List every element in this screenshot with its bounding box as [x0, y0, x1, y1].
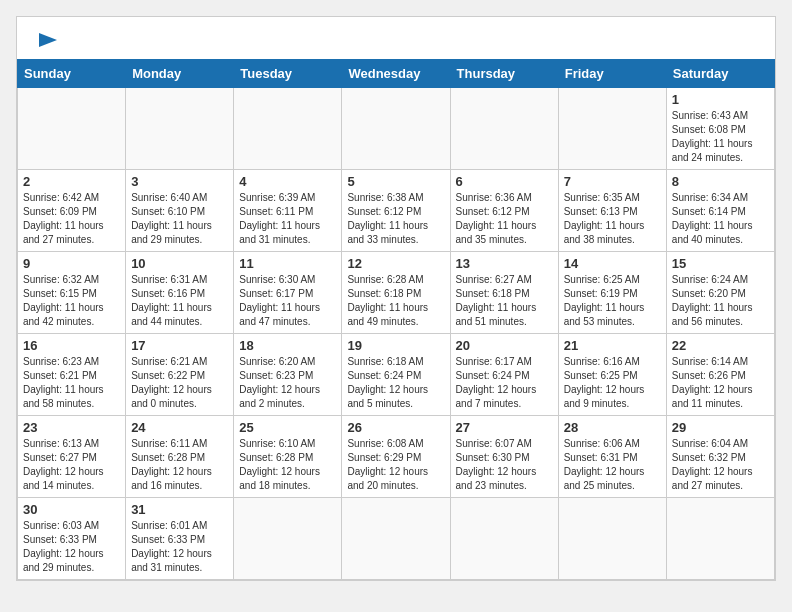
- weekday-header-sunday: Sunday: [18, 60, 126, 88]
- day-number: 21: [564, 338, 661, 353]
- day-info: Sunrise: 6:20 AM Sunset: 6:23 PM Dayligh…: [239, 355, 336, 411]
- day-number: 15: [672, 256, 769, 271]
- day-info: Sunrise: 6:30 AM Sunset: 6:17 PM Dayligh…: [239, 273, 336, 329]
- day-info: Sunrise: 6:11 AM Sunset: 6:28 PM Dayligh…: [131, 437, 228, 493]
- weekday-header-tuesday: Tuesday: [234, 60, 342, 88]
- day-number: 6: [456, 174, 553, 189]
- day-cell: 26Sunrise: 6:08 AM Sunset: 6:29 PM Dayli…: [342, 416, 450, 498]
- day-info: Sunrise: 6:08 AM Sunset: 6:29 PM Dayligh…: [347, 437, 444, 493]
- weekday-header-wednesday: Wednesday: [342, 60, 450, 88]
- logo-icon: [37, 29, 59, 51]
- day-number: 12: [347, 256, 444, 271]
- day-number: 7: [564, 174, 661, 189]
- day-number: 23: [23, 420, 120, 435]
- day-cell: 12Sunrise: 6:28 AM Sunset: 6:18 PM Dayli…: [342, 252, 450, 334]
- calendar-table: SundayMondayTuesdayWednesdayThursdayFrid…: [17, 59, 775, 580]
- day-number: 9: [23, 256, 120, 271]
- day-number: 13: [456, 256, 553, 271]
- day-info: Sunrise: 6:01 AM Sunset: 6:33 PM Dayligh…: [131, 519, 228, 575]
- day-info: Sunrise: 6:16 AM Sunset: 6:25 PM Dayligh…: [564, 355, 661, 411]
- day-number: 31: [131, 502, 228, 517]
- weekday-header-row: SundayMondayTuesdayWednesdayThursdayFrid…: [18, 60, 775, 88]
- day-info: Sunrise: 6:18 AM Sunset: 6:24 PM Dayligh…: [347, 355, 444, 411]
- day-cell: [450, 498, 558, 580]
- day-number: 19: [347, 338, 444, 353]
- day-info: Sunrise: 6:13 AM Sunset: 6:27 PM Dayligh…: [23, 437, 120, 493]
- day-info: Sunrise: 6:17 AM Sunset: 6:24 PM Dayligh…: [456, 355, 553, 411]
- day-cell: 4Sunrise: 6:39 AM Sunset: 6:11 PM Daylig…: [234, 170, 342, 252]
- day-cell: [558, 498, 666, 580]
- day-cell: 29Sunrise: 6:04 AM Sunset: 6:32 PM Dayli…: [666, 416, 774, 498]
- day-info: Sunrise: 6:14 AM Sunset: 6:26 PM Dayligh…: [672, 355, 769, 411]
- header: [17, 17, 775, 59]
- day-cell: 21Sunrise: 6:16 AM Sunset: 6:25 PM Dayli…: [558, 334, 666, 416]
- day-number: 1: [672, 92, 769, 107]
- day-cell: 1Sunrise: 6:43 AM Sunset: 6:08 PM Daylig…: [666, 88, 774, 170]
- day-cell: 10Sunrise: 6:31 AM Sunset: 6:16 PM Dayli…: [126, 252, 234, 334]
- logo: [33, 29, 59, 51]
- day-info: Sunrise: 6:10 AM Sunset: 6:28 PM Dayligh…: [239, 437, 336, 493]
- day-info: Sunrise: 6:32 AM Sunset: 6:15 PM Dayligh…: [23, 273, 120, 329]
- day-cell: [450, 88, 558, 170]
- day-cell: 7Sunrise: 6:35 AM Sunset: 6:13 PM Daylig…: [558, 170, 666, 252]
- day-info: Sunrise: 6:31 AM Sunset: 6:16 PM Dayligh…: [131, 273, 228, 329]
- day-number: 20: [456, 338, 553, 353]
- day-number: 18: [239, 338, 336, 353]
- day-number: 5: [347, 174, 444, 189]
- day-info: Sunrise: 6:34 AM Sunset: 6:14 PM Dayligh…: [672, 191, 769, 247]
- day-info: Sunrise: 6:40 AM Sunset: 6:10 PM Dayligh…: [131, 191, 228, 247]
- weekday-header-monday: Monday: [126, 60, 234, 88]
- day-cell: 20Sunrise: 6:17 AM Sunset: 6:24 PM Dayli…: [450, 334, 558, 416]
- day-cell: [342, 498, 450, 580]
- day-number: 14: [564, 256, 661, 271]
- day-cell: 2Sunrise: 6:42 AM Sunset: 6:09 PM Daylig…: [18, 170, 126, 252]
- day-number: 10: [131, 256, 228, 271]
- day-cell: 9Sunrise: 6:32 AM Sunset: 6:15 PM Daylig…: [18, 252, 126, 334]
- day-cell: 27Sunrise: 6:07 AM Sunset: 6:30 PM Dayli…: [450, 416, 558, 498]
- day-info: Sunrise: 6:07 AM Sunset: 6:30 PM Dayligh…: [456, 437, 553, 493]
- day-cell: 17Sunrise: 6:21 AM Sunset: 6:22 PM Dayli…: [126, 334, 234, 416]
- day-cell: 28Sunrise: 6:06 AM Sunset: 6:31 PM Dayli…: [558, 416, 666, 498]
- day-cell: 16Sunrise: 6:23 AM Sunset: 6:21 PM Dayli…: [18, 334, 126, 416]
- day-info: Sunrise: 6:23 AM Sunset: 6:21 PM Dayligh…: [23, 355, 120, 411]
- day-cell: [234, 498, 342, 580]
- day-cell: [18, 88, 126, 170]
- day-info: Sunrise: 6:43 AM Sunset: 6:08 PM Dayligh…: [672, 109, 769, 165]
- day-cell: 31Sunrise: 6:01 AM Sunset: 6:33 PM Dayli…: [126, 498, 234, 580]
- week-row-6: 30Sunrise: 6:03 AM Sunset: 6:33 PM Dayli…: [18, 498, 775, 580]
- day-info: Sunrise: 6:21 AM Sunset: 6:22 PM Dayligh…: [131, 355, 228, 411]
- day-info: Sunrise: 6:42 AM Sunset: 6:09 PM Dayligh…: [23, 191, 120, 247]
- day-cell: 3Sunrise: 6:40 AM Sunset: 6:10 PM Daylig…: [126, 170, 234, 252]
- day-info: Sunrise: 6:39 AM Sunset: 6:11 PM Dayligh…: [239, 191, 336, 247]
- day-cell: 19Sunrise: 6:18 AM Sunset: 6:24 PM Dayli…: [342, 334, 450, 416]
- day-number: 11: [239, 256, 336, 271]
- day-cell: 24Sunrise: 6:11 AM Sunset: 6:28 PM Dayli…: [126, 416, 234, 498]
- week-row-4: 16Sunrise: 6:23 AM Sunset: 6:21 PM Dayli…: [18, 334, 775, 416]
- day-number: 8: [672, 174, 769, 189]
- weekday-header-saturday: Saturday: [666, 60, 774, 88]
- day-info: Sunrise: 6:06 AM Sunset: 6:31 PM Dayligh…: [564, 437, 661, 493]
- week-row-3: 9Sunrise: 6:32 AM Sunset: 6:15 PM Daylig…: [18, 252, 775, 334]
- day-info: Sunrise: 6:35 AM Sunset: 6:13 PM Dayligh…: [564, 191, 661, 247]
- day-cell: 30Sunrise: 6:03 AM Sunset: 6:33 PM Dayli…: [18, 498, 126, 580]
- day-number: 4: [239, 174, 336, 189]
- day-number: 22: [672, 338, 769, 353]
- day-number: 16: [23, 338, 120, 353]
- day-number: 2: [23, 174, 120, 189]
- day-cell: [666, 498, 774, 580]
- week-row-1: 1Sunrise: 6:43 AM Sunset: 6:08 PM Daylig…: [18, 88, 775, 170]
- day-number: 3: [131, 174, 228, 189]
- day-info: Sunrise: 6:24 AM Sunset: 6:20 PM Dayligh…: [672, 273, 769, 329]
- day-info: Sunrise: 6:38 AM Sunset: 6:12 PM Dayligh…: [347, 191, 444, 247]
- day-number: 29: [672, 420, 769, 435]
- day-info: Sunrise: 6:04 AM Sunset: 6:32 PM Dayligh…: [672, 437, 769, 493]
- day-cell: 6Sunrise: 6:36 AM Sunset: 6:12 PM Daylig…: [450, 170, 558, 252]
- day-number: 26: [347, 420, 444, 435]
- day-cell: [234, 88, 342, 170]
- day-cell: 23Sunrise: 6:13 AM Sunset: 6:27 PM Dayli…: [18, 416, 126, 498]
- day-cell: 13Sunrise: 6:27 AM Sunset: 6:18 PM Dayli…: [450, 252, 558, 334]
- day-cell: 18Sunrise: 6:20 AM Sunset: 6:23 PM Dayli…: [234, 334, 342, 416]
- svg-marker-0: [39, 33, 57, 47]
- day-info: Sunrise: 6:03 AM Sunset: 6:33 PM Dayligh…: [23, 519, 120, 575]
- day-cell: 15Sunrise: 6:24 AM Sunset: 6:20 PM Dayli…: [666, 252, 774, 334]
